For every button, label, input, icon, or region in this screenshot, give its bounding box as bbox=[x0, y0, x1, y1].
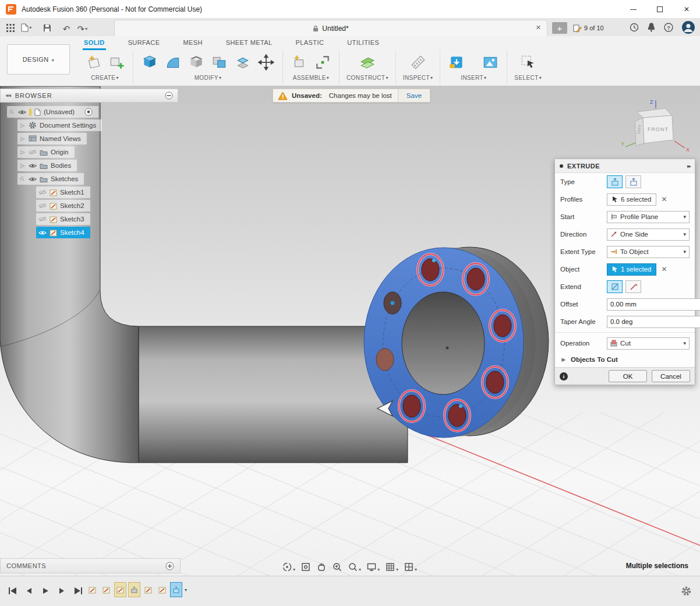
group-label-inspect[interactable]: INSPECT bbox=[403, 75, 433, 81]
group-label-select[interactable]: SELECT bbox=[514, 75, 542, 81]
timeline-feature-menu-icon[interactable] bbox=[185, 587, 187, 593]
timeline-feature-sketch[interactable] bbox=[156, 582, 168, 597]
group-label-modify[interactable]: MODIFY bbox=[195, 75, 222, 81]
job-status[interactable]: 9 of 10 bbox=[573, 21, 604, 35]
eye-hidden-icon[interactable] bbox=[38, 189, 47, 195]
direction-dropdown[interactable]: One Side bbox=[607, 228, 690, 241]
zoom-options-icon[interactable] bbox=[347, 559, 362, 572]
tree-item-sketch2[interactable]: Sketch2 bbox=[36, 200, 90, 212]
clear-object-icon[interactable] bbox=[661, 265, 667, 273]
close-tab-icon[interactable] bbox=[536, 24, 541, 31]
tree-item-sketch1[interactable]: Sketch1 bbox=[36, 186, 90, 198]
play-button[interactable] bbox=[38, 584, 52, 597]
timeline-feature-sketch-highlighted[interactable] bbox=[114, 582, 126, 597]
clear-profiles-icon[interactable] bbox=[661, 195, 667, 203]
extend-faces-button[interactable] bbox=[607, 280, 623, 293]
timeline-feature-sketch[interactable] bbox=[142, 582, 154, 597]
type-thin-extrude-button[interactable] bbox=[625, 175, 641, 188]
view-cube[interactable]: Z Y X FRONT LEFT bbox=[620, 97, 692, 153]
tree-item-document-settings[interactable]: ▷ Document Settings bbox=[17, 119, 102, 131]
insert-canvas-icon[interactable] bbox=[481, 53, 500, 72]
timeline-feature-extrude-highlighted[interactable] bbox=[128, 582, 140, 597]
timeline-feature-sketch[interactable] bbox=[86, 582, 98, 597]
viewport[interactable]: ◀◀ BROWSER ▷ (Unsaved) ▷ Documen bbox=[0, 86, 700, 576]
tab-solid[interactable]: SOLID bbox=[83, 37, 106, 50]
grid-snaps-icon[interactable] bbox=[384, 559, 400, 572]
tree-item-sketch3[interactable]: Sketch3 bbox=[36, 213, 90, 225]
joint-icon[interactable] bbox=[313, 53, 332, 72]
eye-icon[interactable] bbox=[38, 230, 47, 235]
document-tab[interactable]: Untitled* bbox=[114, 20, 547, 36]
tab-surface[interactable]: SURFACE bbox=[127, 37, 161, 50]
save-icon[interactable] bbox=[40, 21, 54, 35]
new-tab-button[interactable] bbox=[552, 22, 567, 34]
tree-item-origin[interactable]: ▷ Origin bbox=[17, 146, 75, 158]
expand-icon[interactable]: ▷ bbox=[8, 108, 16, 116]
timeline-feature-sketch[interactable] bbox=[100, 582, 112, 597]
combine-icon[interactable] bbox=[210, 53, 229, 72]
group-label-assemble[interactable]: ASSEMBLE bbox=[293, 75, 330, 81]
create-derive-icon[interactable] bbox=[107, 53, 126, 72]
select-tool-icon[interactable] bbox=[519, 53, 538, 72]
eye-hidden-icon[interactable] bbox=[38, 216, 47, 222]
activate-radio-icon[interactable] bbox=[84, 108, 93, 116]
zoom-in-icon[interactable] bbox=[331, 559, 344, 572]
tab-utilities[interactable]: UTILITIES bbox=[346, 37, 380, 50]
orbit-icon[interactable] bbox=[281, 559, 296, 572]
move-copy-icon[interactable] bbox=[257, 53, 275, 72]
tab-mesh[interactable]: MESH bbox=[182, 37, 203, 50]
tab-sheet-metal[interactable]: SHEET METAL bbox=[225, 37, 274, 50]
expand-icon[interactable]: ▷ bbox=[19, 175, 27, 183]
insert-svg-icon[interactable] bbox=[447, 53, 466, 72]
display-settings-icon[interactable] bbox=[365, 559, 381, 572]
type-extrude-button[interactable] bbox=[607, 175, 623, 188]
shell-icon[interactable] bbox=[187, 53, 206, 72]
tree-item-sketch4-selected[interactable]: Sketch4 bbox=[36, 227, 90, 238]
comments-expand-icon[interactable] bbox=[165, 562, 174, 570]
create-sketch-icon[interactable] bbox=[84, 53, 102, 72]
look-at-icon[interactable] bbox=[299, 559, 312, 572]
object-selection-chip[interactable]: 1 selected bbox=[607, 263, 656, 276]
undo-icon[interactable]: ↶ bbox=[59, 22, 73, 36]
group-label-construct[interactable]: CONSTRUCT bbox=[347, 75, 388, 81]
expand-icon[interactable]: ▷ bbox=[20, 163, 26, 168]
tree-item-bodies[interactable]: ▷ Bodies bbox=[17, 160, 77, 171]
browser-collapse-icon[interactable]: ◀◀ bbox=[5, 93, 10, 98]
info-icon[interactable] bbox=[560, 372, 568, 380]
tree-root-unsaved[interactable]: ▷ (Unsaved) bbox=[7, 106, 98, 118]
save-button[interactable]: Save bbox=[398, 89, 430, 102]
viewports-icon[interactable] bbox=[402, 559, 418, 572]
step-forward-button[interactable] bbox=[55, 584, 69, 597]
comments-bar[interactable]: COMMENTS bbox=[0, 558, 181, 573]
group-label-create[interactable]: CREATE bbox=[91, 75, 119, 81]
profiles-selection-chip[interactable]: 6 selected bbox=[607, 193, 656, 206]
eye-icon[interactable] bbox=[18, 110, 26, 115]
minimize-button[interactable] bbox=[620, 0, 646, 19]
file-menu-icon[interactable] bbox=[19, 20, 33, 34]
user-avatar[interactable] bbox=[681, 20, 695, 34]
redo-icon[interactable]: ↷ bbox=[75, 22, 89, 36]
eye-hidden-icon[interactable] bbox=[38, 203, 47, 209]
tree-item-named-views[interactable]: ▷ Named Views bbox=[17, 133, 87, 145]
group-label-insert[interactable]: INSERT bbox=[461, 75, 486, 81]
offset-input[interactable] bbox=[607, 298, 700, 311]
measure-icon[interactable] bbox=[409, 53, 427, 72]
operation-dropdown[interactable]: Cut bbox=[607, 337, 690, 350]
offset-face-icon[interactable] bbox=[234, 53, 252, 72]
pan-icon[interactable] bbox=[315, 559, 328, 572]
eye-icon[interactable] bbox=[29, 163, 37, 168]
new-component-icon[interactable] bbox=[290, 53, 309, 72]
browser-header[interactable]: ◀◀ BROWSER bbox=[0, 89, 178, 103]
expand-icon[interactable]: ▷ bbox=[20, 122, 26, 128]
press-pull-icon[interactable] bbox=[140, 53, 159, 72]
design-workspace-menu[interactable]: DESIGN bbox=[7, 44, 70, 75]
maximize-button[interactable] bbox=[646, 0, 673, 19]
go-to-start-button[interactable] bbox=[6, 584, 20, 597]
extend-edges-button[interactable] bbox=[625, 280, 641, 293]
construct-plane-icon[interactable] bbox=[358, 53, 377, 72]
clock-icon[interactable] bbox=[630, 23, 639, 32]
taper-angle-input[interactable] bbox=[607, 316, 700, 328]
start-dropdown[interactable]: Profile Plane bbox=[607, 211, 690, 223]
extrude-dialog-header[interactable]: EXTRUDE bbox=[555, 159, 695, 173]
help-icon[interactable]: ? bbox=[664, 23, 673, 32]
